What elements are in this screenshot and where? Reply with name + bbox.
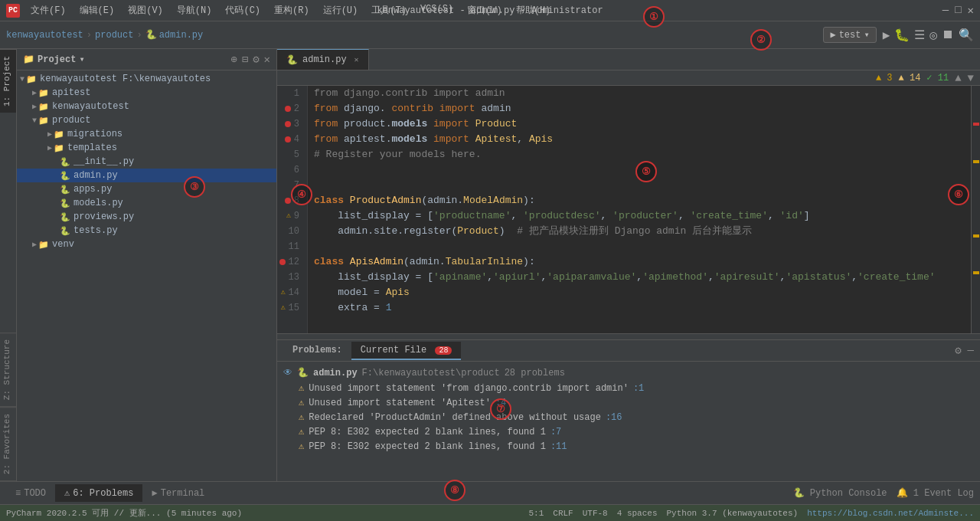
status-right: 5:1 CRLF UTF-8 4 spaces Python 3.7 (kenw… [528, 509, 974, 518]
breadcrumb: kenwayautotest › product › 🐍 admin.py [6, 29, 203, 41]
encoding[interactable]: UTF-8 [583, 509, 608, 518]
horizontal-scrollbar[interactable] [277, 333, 980, 339]
gutter-13: 13 [277, 270, 302, 285]
close-tab-icon[interactable]: ✕ [354, 55, 359, 64]
menu-code[interactable]: 代码(C) [219, 2, 266, 18]
folder-icon-migrations: 📁 [54, 129, 64, 139]
sidebar-tab-project[interactable]: 1: Project [0, 49, 16, 113]
breakpoint-3[interactable] [285, 121, 291, 127]
warning-9: ⚠ [286, 208, 291, 224]
tree-item-venv[interactable]: ▶ 📁 venv [17, 238, 276, 251]
bottom-tab-terminal[interactable]: ▶ Terminal [142, 484, 214, 502]
tree-item-apitest[interactable]: ▶ 📁 apitest [17, 86, 276, 100]
python-version[interactable]: Python 3.7 (kenwayautotes) [667, 509, 799, 518]
code-content[interactable]: from django.contrib import admin from dj… [308, 86, 971, 333]
warn-icon-4: ⚠ [299, 426, 304, 437]
tree-label-tests: tests.py [74, 225, 118, 236]
warning-15: ⚠ [281, 300, 286, 316]
window-controls[interactable]: — □ ✕ [942, 4, 974, 17]
warn-mark-3 [973, 271, 979, 274]
minimize-button[interactable]: — [942, 4, 949, 17]
editor-tab-admin[interactable]: 🐍 admin.py ✕ [277, 49, 369, 70]
menu-run[interactable]: 运行(U) [317, 2, 364, 18]
expand-icon-root: ▼ [20, 75, 24, 84]
python-console-button[interactable]: 🐍 Python Console [793, 487, 887, 499]
prob-item-3: ⚠ Redeclared 'ProductAdmin' defined abov… [283, 410, 974, 424]
prob-loc-2: :4 [495, 398, 506, 408]
event-log-button[interactable]: 🔔 1 Event Log [897, 487, 974, 499]
tree-item-migrations[interactable]: ▶ 📁 migrations [17, 127, 276, 141]
debug-button[interactable]: 🐛 [894, 28, 910, 43]
minimize-problems-icon[interactable]: — [968, 344, 974, 357]
prob-text-4: PEP 8: E302 expected 2 blank lines, foun… [309, 427, 546, 437]
menu-file[interactable]: 文件(F) [24, 2, 72, 18]
gutter-12: 12 [277, 254, 302, 270]
indent-info[interactable]: 4 spaces [617, 509, 658, 518]
line-separator[interactable]: CRLF [553, 509, 573, 518]
tree-item-models[interactable]: 🐍 models.py [17, 196, 276, 210]
tree-item-proviews[interactable]: 🐍 proviews.py [17, 210, 276, 224]
run-button[interactable]: ▶ [883, 28, 890, 43]
profile-button[interactable]: ◎ [929, 28, 937, 43]
close-panel-icon[interactable]: ✕ [264, 53, 270, 66]
run-config-selector[interactable]: ▶ test ▾ [823, 27, 876, 43]
menu-nav[interactable]: 导航(N) [171, 2, 218, 18]
panel-dropdown-icon[interactable]: ▾ [79, 54, 84, 65]
tree-item-kenwayautotest[interactable]: ▶ 📁 kenwayautotest [17, 100, 276, 113]
tree-label-models: models.py [74, 198, 123, 208]
breakpoint-2[interactable] [285, 106, 291, 112]
toolbar-right: ▶ test ▾ ▶ 🐛 ☰ ◎ ⏹ 🔍 [823, 27, 974, 43]
tree-label-proviews: proviews.py [74, 211, 134, 222]
bottom-tab-todo[interactable]: ≡ TODO [6, 484, 55, 502]
close-button[interactable]: ✕ [968, 4, 974, 17]
add-file-icon[interactable]: ⊕ [230, 53, 237, 66]
py-icon-tests: 🐍 [60, 226, 70, 236]
gutter-10: 10 [277, 224, 302, 239]
sidebar-tab-favorites[interactable]: 2: Favorites [0, 407, 16, 481]
collapse-icon[interactable]: ▲ [955, 72, 961, 84]
gutter-6: 6 [277, 162, 302, 178]
expand-icon[interactable]: ▼ [968, 72, 974, 84]
gutter-5: 5 [277, 147, 302, 162]
tree-item-templates[interactable]: ▶ 📁 templates [17, 141, 276, 155]
collapse-all-icon[interactable]: ⊟ [242, 53, 248, 66]
code-line-10: admin.site.register(Product) # 把产品模块注册到 … [308, 224, 971, 239]
gutter-11: 11 [277, 239, 302, 254]
problems-tab-label: 6: Problems [73, 488, 133, 499]
tree-item-admin[interactable]: 🐍 admin.py [17, 169, 276, 182]
breadcrumb-product[interactable]: product [95, 30, 133, 41]
expand-icon-templates: ▶ [47, 143, 52, 152]
breadcrumb-root[interactable]: kenwayautotest [6, 30, 83, 41]
bottom-tab-problems[interactable]: ⚠ 6: Problems [55, 484, 142, 502]
tree-item-product[interactable]: ▼ 📁 product [17, 113, 276, 127]
breadcrumb-file[interactable]: 🐍 admin.py [145, 29, 204, 41]
tree-item-root[interactable]: ▼ 📁 kenwayautotest F:\kenwayautotes [17, 72, 276, 86]
stop-button[interactable]: ⏹ [942, 28, 954, 43]
breakpoint-8[interactable] [285, 198, 291, 204]
tree-item-tests[interactable]: 🐍 tests.py [17, 224, 276, 238]
folder-icon: 📁 [23, 54, 34, 65]
cursor-position[interactable]: 5:1 [528, 509, 544, 518]
tab-current-file[interactable]: Current File 28 [351, 342, 462, 360]
tree-label-kenwayautotest: kenwayautotest [52, 101, 129, 112]
coverage-button[interactable]: ☰ [914, 28, 925, 43]
menu-view[interactable]: 视图(V) [122, 2, 169, 18]
menu-edit[interactable]: 编辑(E) [74, 2, 121, 18]
maximize-button[interactable]: □ [955, 4, 961, 17]
error-scroll-bar[interactable] [971, 86, 980, 333]
sidebar-tab-structure[interactable]: Z: Structure [0, 333, 16, 407]
terminal-icon: ▶ [152, 487, 157, 499]
breakpoint-4[interactable] [285, 136, 291, 143]
breakpoint-12[interactable] [279, 259, 286, 265]
error-count: ▲ 3 [876, 73, 893, 84]
search-button[interactable]: 🔍 [959, 28, 974, 43]
prob-loc-4: :7 [550, 427, 561, 437]
todo-label: TODO [24, 488, 46, 499]
gutter-7: 7 [277, 178, 302, 193]
settings-icon[interactable]: ⚙ [253, 53, 259, 66]
tree-item-init[interactable]: 🐍 __init__.py [17, 155, 276, 169]
settings-gear-icon[interactable]: ⚙ [955, 344, 961, 357]
menu-refactor[interactable]: 重构(R) [268, 2, 315, 18]
current-file-badge: 28 [435, 346, 452, 355]
tree-item-apps[interactable]: 🐍 apps.py [17, 182, 276, 196]
